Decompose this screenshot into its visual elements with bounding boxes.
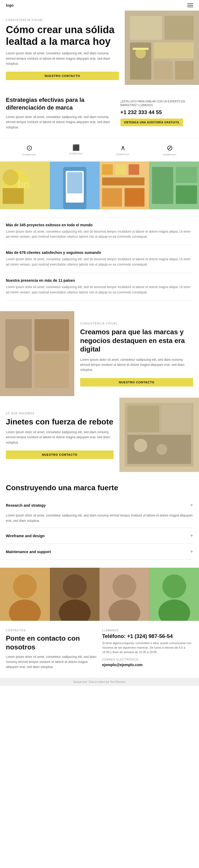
strategy-section: Estrategias efectivas para la diferencia… [0, 88, 199, 138]
jinetes-cta-button[interactable]: NUESTRO CONTACTO [6, 451, 114, 459]
jinetes-text: Lorem ipsum dolor sit amet, consetetur s… [6, 430, 114, 445]
svg-rect-5 [154, 61, 172, 80]
svg-rect-31 [34, 319, 69, 351]
accordion-item-3: Maintenance and support + [6, 544, 193, 560]
hero-content: CONSISTENCIA VISUAL Cómo crear una sólid… [0, 10, 125, 88]
svg-rect-6 [175, 61, 194, 80]
svg-point-40 [157, 444, 167, 455]
svg-rect-27 [176, 167, 197, 183]
team-photo-3 [100, 568, 149, 621]
strategy-cta-tag: ¿ESTA LISTO PARA HABLAR CON UN EXPERTO E… [120, 100, 193, 107]
jinetes-section: LO QUE HACEMOS Jinetes con fuerza de reb… [0, 398, 199, 473]
company-icon-3: ∧ [120, 144, 125, 152]
construyendo-title: Construyendo una marca fuerte [6, 484, 193, 492]
svg-rect-19 [102, 164, 113, 175]
company-icon-2: ⬛ [73, 144, 80, 151]
accordion-header-3[interactable]: Maintenance and support + [6, 544, 193, 559]
accordion-header-2[interactable]: Wireframe and design + [6, 528, 193, 544]
accordion-item-2: Wireframe and design + [6, 528, 193, 544]
digital-title: Creamos para que las marcas y negocios d… [80, 328, 193, 353]
contact-email-label: CORREO ELECTRÓNICO [102, 658, 193, 661]
grid-image-2 [50, 161, 100, 209]
grid-image-3 [100, 161, 149, 209]
hero-text: Lorem ipsum dolor sit amet, consetetur s… [6, 51, 119, 66]
hero-section: CONSISTENCIA VISUAL Cómo crear una sólid… [0, 10, 199, 88]
svg-rect-28 [176, 185, 197, 204]
contact-title: Ponte en contacto con nosotros [6, 634, 97, 651]
svg-rect-23 [102, 188, 122, 207]
svg-point-48 [113, 574, 136, 598]
svg-point-51 [162, 574, 186, 598]
digital-tag: CONSISTENCIA VISUAL [80, 322, 193, 325]
stat-text-3: Lorem ipsum dolor sit amet, consetetur s… [6, 285, 193, 295]
digital-cta-button[interactable]: NUESTRO CONTACTO [80, 378, 193, 386]
logo-item-3: ∧ COMPANY [116, 144, 130, 156]
svg-rect-20 [115, 164, 126, 175]
accordion-icon-3: + [190, 549, 193, 555]
svg-rect-4 [154, 42, 194, 58]
digital-section: CONSISTENCIA VISUAL Creamos para que las… [0, 311, 199, 397]
strategy-phone: +1 232 333 44 55 [120, 109, 162, 115]
company-icon-4: ⊘ [167, 144, 173, 152]
team-photo-2 [50, 568, 100, 621]
stats-section: Más de 345 proyectos exitosos en todo el… [0, 209, 199, 309]
svg-rect-24 [125, 188, 145, 207]
svg-rect-22 [102, 178, 145, 185]
grid-image-1: bn. [0, 161, 50, 209]
strategy-content: Estrategias efectivas para la diferencia… [6, 96, 115, 130]
accordion-icon-1: + [190, 502, 193, 508]
contact-email-link[interactable]: ejemplo@ejemplo.com [102, 663, 142, 667]
logos-section: ⊙ COMPANY ⬛ COMPANY ∧ COMPANY ⊘ COMPANY [0, 138, 199, 161]
accordion-icon-2: + [190, 533, 193, 539]
construyendo-section: Construyendo una marca fuerte Research a… [0, 473, 199, 562]
svg-rect-21 [129, 164, 139, 175]
svg-rect-32 [34, 353, 69, 388]
accordion-label-3: Maintenance and support [6, 550, 51, 554]
svg-rect-8 [133, 48, 149, 50]
strategy-cta-button[interactable]: OBTENGA UNA AUDITORÍA GRATUITA [120, 119, 183, 126]
jinetes-title: Jinetes con fuerza de rebote [6, 417, 114, 427]
svg-rect-2 [165, 16, 194, 40]
contact-tag: CONTACTOS [6, 629, 97, 632]
jinetes-tag: LO QUE HACEMOS [6, 412, 114, 415]
strategy-cta: ¿ESTA LISTO PARA HABLAR CON UN EXPERTO E… [120, 96, 193, 130]
digital-text: Lorem ipsum dolor sit amet, consetetur s… [80, 357, 193, 373]
team-photos [0, 568, 199, 621]
logo-item-1: ⊙ COMPANY [22, 144, 36, 156]
stat-title-2: Más de 678 clientes satisfechos y seguim… [6, 250, 193, 255]
svg-rect-26 [152, 167, 173, 204]
contact-phone-desc: Si tiene alguna pregunta, comentario o i… [102, 641, 193, 654]
contact-phone: Teléfono: +1 (324) 987-56-54 [102, 633, 193, 639]
hero-title: Cómo crear una sólida lealtad a la marca… [6, 24, 119, 47]
accordion-body-1: Lorem ipsum dolor sit amet, consetetur s… [6, 513, 193, 528]
accordion-label-1: Research and strategy [6, 503, 46, 507]
stat-text-1: Lorem ipsum dolor sit amet, consetetur s… [6, 229, 193, 240]
menu-line-1 [187, 3, 193, 4]
svg-point-45 [63, 574, 86, 598]
company-label-3: COMPANY [116, 153, 130, 156]
hero-image [125, 10, 199, 88]
stat-text-2: Lorem ipsum dolor sit amet, consetetur s… [6, 257, 193, 268]
accordion-label-2: Wireframe and design [6, 534, 45, 538]
jinetes-content: LO QUE HACEMOS Jinetes con fuerza de reb… [0, 398, 119, 473]
svg-text:bn.: bn. [18, 179, 32, 190]
logo-item-2: ⬛ COMPANY [69, 144, 83, 155]
accordion-header-1[interactable]: Research and strategy + [6, 497, 193, 513]
menu-line-3 [187, 7, 193, 7]
stat-title-3: Nuestra presencia en más de 11 países [6, 278, 193, 282]
contact-text: Lorem ipsum dolor sit amet, consetetur s… [6, 654, 97, 670]
footer-text: Sample text: Click to select the Text El… [73, 680, 126, 683]
hero-cta-button[interactable]: NUESTRO CONTACTO [6, 72, 119, 80]
stat-item-3: Nuestra presencia en más de 11 países Lo… [6, 273, 193, 301]
contact-call-section: LLÁMANOS Teléfono: +1 (324) 987-56-54 Si… [102, 629, 193, 654]
jinetes-image [119, 398, 199, 473]
team-photo-4 [149, 568, 199, 621]
accordion-text-1: Lorem ipsum dolor sit amet, consetetur s… [6, 513, 193, 524]
menu-line-2 [187, 5, 193, 6]
stat-item-1: Más de 345 proyectos exitosos en todo el… [6, 217, 193, 245]
navbar: logo [0, 0, 199, 10]
svg-point-39 [134, 439, 147, 452]
company-label-4: COMPANY [163, 153, 177, 156]
svg-point-11 [3, 169, 19, 185]
hamburger-menu[interactable] [187, 3, 193, 7]
